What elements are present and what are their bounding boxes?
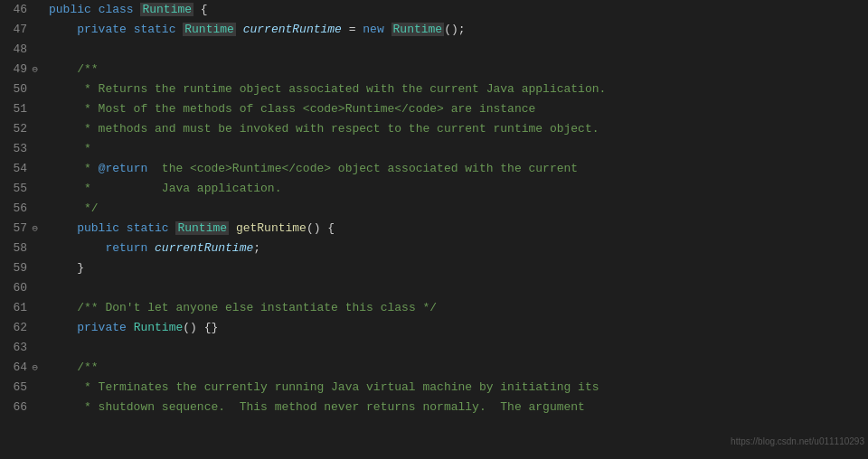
token-kw: class [99,3,134,16]
code-line: 48 [0,40,868,60]
token-comment: * Returns the runtime object associated … [84,82,606,96]
line-number: 48 [0,40,36,60]
token-plain [49,241,105,255]
line-content: * Terminates the currently running Java … [36,378,868,398]
line-number: 59 [0,258,36,278]
token-plain [127,23,134,36]
token-kw-type-highlight: Runtime [140,3,193,16]
token-comment: /** [77,62,98,76]
line-number: 55 [0,179,36,199]
token-plain [49,201,84,215]
token-plain [147,241,155,255]
token-kw: new [363,23,383,36]
code-container: 46public class Runtime {47 private stati… [0,0,868,459]
token-italic-id: currentRuntime [243,23,342,36]
code-line: 49⊖ /** [0,60,868,80]
token-comment: the <code>Runtime</code> object associat… [147,162,578,175]
line-number: 65 [0,378,36,398]
line-content: private Runtime() {} [36,318,868,338]
token-comment: */ [84,201,99,215]
token-method: getRuntime [236,221,307,235]
line-number: 52 [0,119,36,139]
line-content: * @return the <code>Runtime</code> objec… [36,159,868,179]
line-content [36,40,868,60]
code-line: 54 * @return the <code>Runtime</code> ob… [0,159,868,179]
code-line: 55 * Java application. [0,179,868,199]
token-kw-type-highlight: Runtime [183,23,236,36]
code-line: 57⊖ public static Runtime getRuntime() { [0,219,868,239]
token-kw: public [49,3,91,16]
token-plain: { [193,3,208,16]
token-plain [119,221,127,235]
line-content: * Most of the methods of class <code>Run… [36,99,868,119]
line-number: 51 [0,99,36,119]
token-comment: * Terminates the currently running Java … [84,380,599,394]
token-plain [49,82,84,96]
line-number: 58 [0,239,36,258]
line-number: 64⊖ [0,358,36,378]
code-line: 56 */ [0,199,868,219]
line-content: return currentRuntime; [36,239,868,258]
token-comment: * methods and must be invoked with respe… [84,122,599,136]
token-plain: ; [253,241,260,255]
line-number: 47 [0,20,36,40]
code-line: 63 [0,338,868,358]
token-kw-type: Runtime [134,321,184,334]
code-line: 60 [0,278,868,298]
token-plain [49,301,77,314]
token-plain [127,321,134,334]
token-kw: public [77,221,119,235]
code-line: 51 * Most of the methods of class <code>… [0,99,868,119]
line-number: 50 [0,80,36,99]
token-plain [49,380,84,394]
token-plain: () { [307,221,335,235]
line-number: 56 [0,199,36,219]
line-number: 60 [0,278,36,298]
token-plain [49,321,77,334]
token-plain [384,23,392,36]
line-content: * Returns the runtime object associated … [36,80,868,99]
token-kw-type-highlight: Runtime [175,221,229,235]
line-content: * [36,139,868,159]
code-line: 58 return currentRuntime; [0,239,868,258]
line-number: 57⊖ [0,219,36,239]
token-plain: } [77,261,84,275]
line-number: 63 [0,338,36,358]
line-content: private static Runtime currentRuntime = … [36,20,868,40]
code-line: 61 /** Don't let anyone else instantiate… [0,298,868,318]
token-comment: * [84,142,91,155]
token-plain [49,122,84,136]
line-content [36,278,868,298]
code-line: 65 * Terminates the currently running Ja… [0,378,868,398]
token-kw-type-highlight: Runtime [392,23,445,36]
code-line: 59 } [0,258,868,278]
watermark: https://blog.csdn.net/u011110293 [731,436,864,446]
token-kw: static [127,221,169,235]
line-content: */ [36,199,868,219]
token-plain [49,23,77,36]
token-plain [49,400,84,414]
code-line: 46public class Runtime { [0,0,868,20]
token-plain: (); [444,23,465,36]
code-line: 50 * Returns the runtime object associat… [0,80,868,99]
fold-icon[interactable]: ⊖ [32,60,38,80]
token-kw: private [77,321,127,334]
line-content: /** Don't let anyone else instantiate th… [36,298,868,318]
code-line: 53 * [0,139,868,159]
line-number: 53 [0,139,36,159]
token-plain [49,361,77,374]
token-plain: () {} [183,321,218,334]
line-number: 61 [0,298,36,318]
code-line: 64⊖ /** [0,358,868,378]
line-content: /** [36,60,868,80]
fold-icon[interactable]: ⊖ [32,219,38,239]
code-line: 52 * methods and must be invoked with re… [0,119,868,139]
token-comment: * Java application. [84,182,281,195]
line-number: 49⊖ [0,60,36,80]
token-plain: = [342,23,363,36]
token-plain [49,62,77,76]
fold-icon[interactable]: ⊖ [32,358,38,378]
line-content: } [36,258,868,278]
line-number: 54 [0,159,36,179]
token-comment: /** [77,361,98,374]
